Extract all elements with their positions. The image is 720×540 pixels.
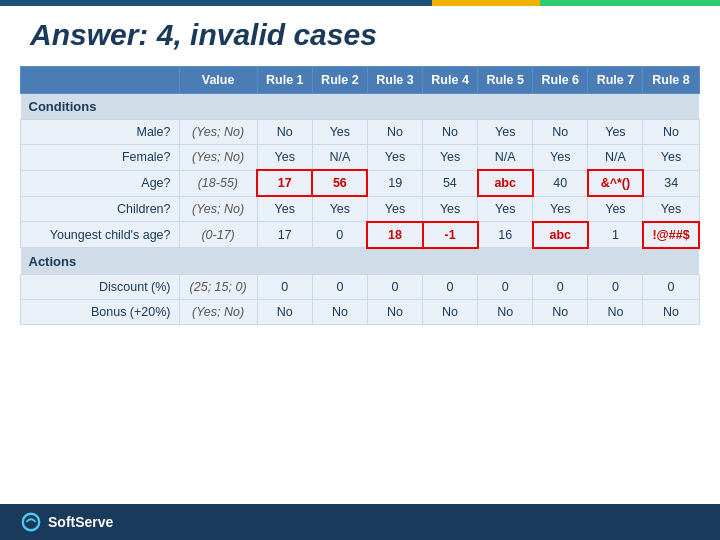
table-row: Discount (%)(25; 15; 0)00000000 bbox=[21, 274, 700, 299]
col-header-rule1: Rule 1 bbox=[257, 67, 312, 94]
cell-rule4: -1 bbox=[423, 222, 478, 248]
cell-rule5: abc bbox=[478, 170, 533, 196]
col-header-label bbox=[21, 67, 180, 94]
cell-rule3: No bbox=[367, 120, 422, 145]
cell-rule1: 17 bbox=[257, 170, 312, 196]
col-header-rule2: Rule 2 bbox=[312, 67, 367, 94]
cell-rule6: abc bbox=[533, 222, 588, 248]
table-row: Female?(Yes; No)YesN/AYesYesN/AYesN/AYes bbox=[21, 145, 700, 171]
cell-rule8: 0 bbox=[643, 274, 699, 299]
top-color-bar bbox=[0, 0, 720, 6]
cell-rule5: 16 bbox=[478, 222, 533, 248]
footer-bar: SoftServe bbox=[0, 504, 720, 540]
cell-rule5: 0 bbox=[478, 274, 533, 299]
col-header-rule6: Rule 6 bbox=[533, 67, 588, 94]
cell-rule2: Yes bbox=[312, 196, 367, 222]
cell-rule1: 0 bbox=[257, 274, 312, 299]
col-header-rule3: Rule 3 bbox=[367, 67, 422, 94]
cell-rule2: Yes bbox=[312, 120, 367, 145]
cell-rule4: Yes bbox=[423, 145, 478, 171]
row-label: Bonus (+20%) bbox=[21, 299, 180, 324]
col-header-rule5: Rule 5 bbox=[478, 67, 533, 94]
cell-rule8: No bbox=[643, 299, 699, 324]
col-header-value: Value bbox=[179, 67, 257, 94]
cell-rule6: No bbox=[533, 120, 588, 145]
cell-rule3: Yes bbox=[367, 196, 422, 222]
cell-rule3: 18 bbox=[367, 222, 422, 248]
row-label: Age? bbox=[21, 170, 180, 196]
cell-rule1: Yes bbox=[257, 145, 312, 171]
svg-point-0 bbox=[23, 514, 40, 531]
cell-rule1: No bbox=[257, 120, 312, 145]
cell-rule4: Yes bbox=[423, 196, 478, 222]
softserve-logo-icon bbox=[20, 511, 42, 533]
table-header-row: Value Rule 1 Rule 2 Rule 3 Rule 4 Rule 5… bbox=[21, 67, 700, 94]
cell-rule6: 0 bbox=[533, 274, 588, 299]
col-header-rule8: Rule 8 bbox=[643, 67, 699, 94]
cell-rule1: No bbox=[257, 299, 312, 324]
cell-rule7: &^*() bbox=[588, 170, 643, 196]
cell-rule2: 0 bbox=[312, 222, 367, 248]
main-table-container: Value Rule 1 Rule 2 Rule 3 Rule 4 Rule 5… bbox=[0, 66, 720, 325]
cell-rule5: Yes bbox=[478, 196, 533, 222]
cell-rule5: No bbox=[478, 299, 533, 324]
table-row: Children?(Yes; No)YesYesYesYesYesYesYesY… bbox=[21, 196, 700, 222]
cell-rule7: Yes bbox=[588, 196, 643, 222]
cell-rule7: Yes bbox=[588, 120, 643, 145]
cell-rule6: No bbox=[533, 299, 588, 324]
cell-rule4: No bbox=[423, 120, 478, 145]
col-header-rule4: Rule 4 bbox=[423, 67, 478, 94]
section-header-actions: Actions bbox=[21, 248, 700, 275]
cell-rule6: Yes bbox=[533, 196, 588, 222]
cell-rule5: N/A bbox=[478, 145, 533, 171]
table-row: Male?(Yes; No)NoYesNoNoYesNoYesNo bbox=[21, 120, 700, 145]
cell-rule3: No bbox=[367, 299, 422, 324]
cell-rule7: No bbox=[588, 299, 643, 324]
cell-rule8: No bbox=[643, 120, 699, 145]
row-value: (Yes; No) bbox=[179, 145, 257, 171]
cell-rule7: 0 bbox=[588, 274, 643, 299]
cell-rule2: 0 bbox=[312, 274, 367, 299]
cell-rule8: !@##$ bbox=[643, 222, 699, 248]
cell-rule2: N/A bbox=[312, 145, 367, 171]
page-title: Answer: 4, invalid cases bbox=[0, 0, 720, 62]
cell-rule3: Yes bbox=[367, 145, 422, 171]
cell-rule5: Yes bbox=[478, 120, 533, 145]
cell-rule6: Yes bbox=[533, 145, 588, 171]
table-row: Youngest child's age?(0-17)17018-116abc1… bbox=[21, 222, 700, 248]
cell-rule1: 17 bbox=[257, 222, 312, 248]
cell-rule8: Yes bbox=[643, 145, 699, 171]
logo-area: SoftServe bbox=[20, 511, 113, 533]
row-value: (18-55) bbox=[179, 170, 257, 196]
cell-rule2: 56 bbox=[312, 170, 367, 196]
logo-text: SoftServe bbox=[48, 514, 113, 530]
cell-rule4: No bbox=[423, 299, 478, 324]
table-row: Age?(18-55)17561954abc40&^*()34 bbox=[21, 170, 700, 196]
cell-rule4: 0 bbox=[423, 274, 478, 299]
rules-table: Value Rule 1 Rule 2 Rule 3 Rule 4 Rule 5… bbox=[20, 66, 700, 325]
cell-rule1: Yes bbox=[257, 196, 312, 222]
row-value: (Yes; No) bbox=[179, 120, 257, 145]
cell-rule3: 0 bbox=[367, 274, 422, 299]
cell-rule3: 19 bbox=[367, 170, 422, 196]
cell-rule7: N/A bbox=[588, 145, 643, 171]
cell-rule4: 54 bbox=[423, 170, 478, 196]
row-label: Discount (%) bbox=[21, 274, 180, 299]
row-value: (25; 15; 0) bbox=[179, 274, 257, 299]
row-label: Youngest child's age? bbox=[21, 222, 180, 248]
cell-rule8: 34 bbox=[643, 170, 699, 196]
row-label: Male? bbox=[21, 120, 180, 145]
col-header-rule7: Rule 7 bbox=[588, 67, 643, 94]
cell-rule7: 1 bbox=[588, 222, 643, 248]
table-row: Bonus (+20%)(Yes; No)NoNoNoNoNoNoNoNo bbox=[21, 299, 700, 324]
cell-rule8: Yes bbox=[643, 196, 699, 222]
row-value: (Yes; No) bbox=[179, 299, 257, 324]
section-header-conditions: Conditions bbox=[21, 94, 700, 120]
cell-rule6: 40 bbox=[533, 170, 588, 196]
row-value: (0-17) bbox=[179, 222, 257, 248]
row-value: (Yes; No) bbox=[179, 196, 257, 222]
row-label: Female? bbox=[21, 145, 180, 171]
row-label: Children? bbox=[21, 196, 180, 222]
cell-rule2: No bbox=[312, 299, 367, 324]
